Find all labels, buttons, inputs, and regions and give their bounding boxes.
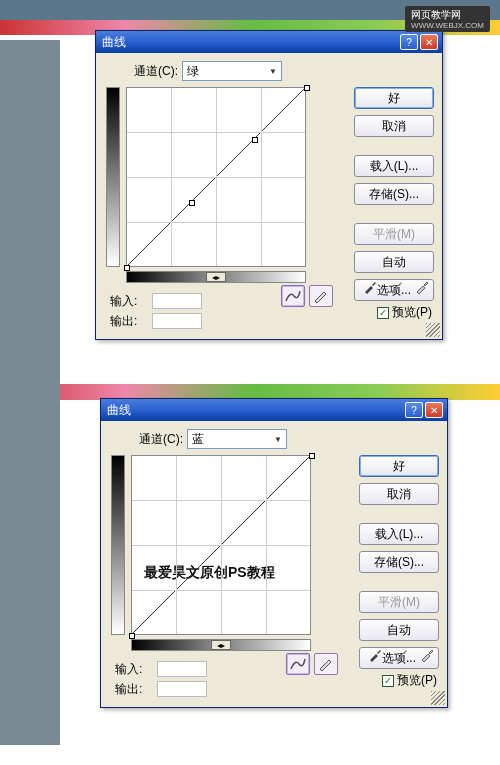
dialog-title: 曲线 (100, 34, 398, 51)
horizontal-gradient[interactable]: ◂▸ (131, 639, 311, 651)
eyedropper-black[interactable] (360, 277, 380, 297)
ok-button[interactable]: 好 (354, 87, 434, 109)
titlebar[interactable]: 曲线 ? ✕ (101, 399, 447, 421)
resize-grip[interactable] (431, 691, 445, 705)
curve-point[interactable] (252, 137, 258, 143)
curve-point[interactable] (189, 200, 195, 206)
gradient-handle[interactable]: ◂▸ (211, 640, 231, 650)
help-button[interactable]: ? (405, 402, 423, 418)
close-button[interactable]: ✕ (420, 34, 438, 50)
resize-grip[interactable] (426, 323, 440, 337)
eyedropper-white[interactable] (417, 645, 437, 665)
svg-line-3 (132, 456, 310, 634)
input-field[interactable] (157, 661, 207, 677)
titlebar[interactable]: 曲线 ? ✕ (96, 31, 442, 53)
input-field[interactable] (152, 293, 202, 309)
help-button[interactable]: ? (400, 34, 418, 50)
preview-checkbox[interactable]: ✓ (377, 307, 389, 319)
eyedropper-gray[interactable] (386, 277, 406, 297)
cancel-button[interactable]: 取消 (354, 115, 434, 137)
curve-icon (290, 657, 306, 671)
channel-label: 通道(C): (139, 431, 183, 448)
chevron-down-icon: ▼ (269, 67, 277, 76)
pencil-icon (318, 657, 334, 671)
eyedropper-white[interactable] (412, 277, 432, 297)
preview-label: 预览(P) (397, 672, 437, 689)
curve-grid[interactable] (126, 87, 306, 267)
vertical-gradient (106, 87, 120, 267)
chevron-down-icon: ▼ (274, 435, 282, 444)
curve-draw-button[interactable] (281, 285, 305, 307)
channel-select[interactable]: 蓝 ▼ (187, 429, 287, 449)
close-button[interactable]: ✕ (425, 402, 443, 418)
dialog-title: 曲线 (105, 402, 403, 419)
svg-line-1 (127, 88, 305, 266)
input-label: 输入: (110, 293, 150, 310)
curve-grid[interactable]: 最爱昊文原创PS教程 (131, 455, 311, 635)
curve-point[interactable] (304, 85, 310, 91)
channel-value: 蓝 (192, 431, 204, 448)
curves-dialog-green: 曲线 ? ✕ 通道(C): 绿 ▼ (95, 30, 443, 340)
curves-dialog-blue: 曲线 ? ✕ 通道(C): 蓝 ▼ 最爱昊文原创PS教程 (100, 398, 448, 708)
pencil-draw-button[interactable] (309, 285, 333, 307)
eyedropper-gray[interactable] (391, 645, 411, 665)
gradient-handle[interactable]: ◂▸ (206, 272, 226, 282)
channel-select[interactable]: 绿 ▼ (182, 61, 282, 81)
channel-value: 绿 (187, 63, 199, 80)
watermark-badge: 网页教学网 WWW.WEBJX.COM (405, 6, 490, 32)
output-field[interactable] (152, 313, 202, 329)
input-label: 输入: (115, 661, 155, 678)
smooth-button: 平滑(M) (354, 223, 434, 245)
pencil-icon (313, 289, 329, 303)
ok-button[interactable]: 好 (359, 455, 439, 477)
save-button[interactable]: 存储(S)... (354, 183, 434, 205)
output-field[interactable] (157, 681, 207, 697)
auto-button[interactable]: 自动 (354, 251, 434, 273)
output-label: 输出: (115, 681, 155, 698)
cancel-button[interactable]: 取消 (359, 483, 439, 505)
vertical-gradient (111, 455, 125, 635)
save-button[interactable]: 存储(S)... (359, 551, 439, 573)
horizontal-gradient[interactable]: ◂▸ (126, 271, 306, 283)
watermark-main: 网页教学网 (411, 9, 461, 20)
watermark-sub: WWW.WEBJX.COM (411, 22, 484, 30)
curve-icon (285, 289, 301, 303)
eyedropper-black[interactable] (365, 645, 385, 665)
preview-label: 预览(P) (392, 304, 432, 321)
auto-button[interactable]: 自动 (359, 619, 439, 641)
channel-label: 通道(C): (134, 63, 178, 80)
preview-checkbox[interactable]: ✓ (382, 675, 394, 687)
load-button[interactable]: 载入(L)... (354, 155, 434, 177)
curve-point[interactable] (309, 453, 315, 459)
smooth-button: 平滑(M) (359, 591, 439, 613)
curve-draw-button[interactable] (286, 653, 310, 675)
output-label: 输出: (110, 313, 150, 330)
pencil-draw-button[interactable] (314, 653, 338, 675)
load-button[interactable]: 载入(L)... (359, 523, 439, 545)
